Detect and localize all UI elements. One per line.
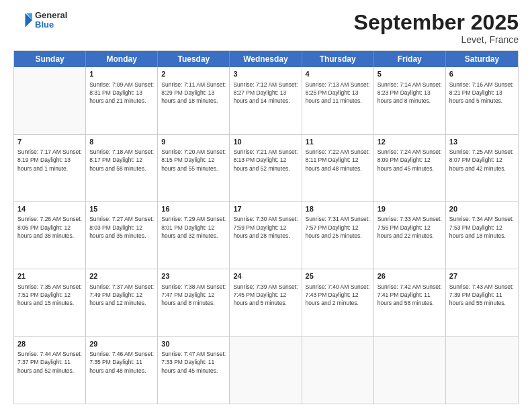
cell-text: Sunrise: 7:29 AM Sunset: 8:01 PM Dayligh…: [161, 215, 226, 240]
calendar-cell: 6Sunrise: 7:16 AM Sunset: 8:21 PM Daylig…: [446, 67, 518, 134]
day-number: 19: [378, 204, 442, 214]
day-header: Wednesday: [230, 51, 302, 67]
calendar-cell: 24Sunrise: 7:39 AM Sunset: 7:45 PM Dayli…: [230, 269, 302, 336]
logo-general: General: [35, 11, 67, 20]
day-number: 9: [161, 137, 226, 147]
logo-blue: Blue: [35, 20, 67, 30]
calendar-cell: 20Sunrise: 7:34 AM Sunset: 7:53 PM Dayli…: [446, 202, 518, 269]
day-number: 6: [449, 69, 515, 79]
calendar-cell: 16Sunrise: 7:29 AM Sunset: 8:01 PM Dayli…: [158, 202, 230, 269]
logo-text: General Blue: [35, 11, 67, 30]
day-number: 24: [233, 271, 298, 281]
day-number: 5: [378, 69, 442, 79]
cell-text: Sunrise: 7:33 AM Sunset: 7:55 PM Dayligh…: [378, 215, 442, 240]
title-block: September 2025 Levet, France: [354, 11, 519, 45]
calendar-cell: [446, 337, 518, 404]
cell-text: Sunrise: 7:13 AM Sunset: 8:25 PM Dayligh…: [306, 81, 370, 105]
cell-text: Sunrise: 7:25 AM Sunset: 8:07 PM Dayligh…: [449, 148, 515, 173]
calendar-body: 1Sunrise: 7:09 AM Sunset: 8:31 PM Daylig…: [14, 67, 518, 404]
calendar-cell: 15Sunrise: 7:27 AM Sunset: 8:03 PM Dayli…: [86, 202, 158, 269]
calendar-cell: 10Sunrise: 7:21 AM Sunset: 8:13 PM Dayli…: [230, 135, 302, 201]
cell-text: Sunrise: 7:38 AM Sunset: 7:47 PM Dayligh…: [161, 283, 226, 308]
calendar-cell: 19Sunrise: 7:33 AM Sunset: 7:55 PM Dayli…: [374, 202, 446, 269]
day-number: 21: [17, 271, 82, 281]
calendar-cell: 3Sunrise: 7:12 AM Sunset: 8:27 PM Daylig…: [230, 67, 302, 134]
page-title: September 2025: [354, 11, 519, 34]
cell-text: Sunrise: 7:37 AM Sunset: 7:49 PM Dayligh…: [89, 283, 154, 308]
day-number: 23: [161, 271, 226, 281]
day-header: Thursday: [302, 51, 374, 67]
calendar-cell: 23Sunrise: 7:38 AM Sunset: 7:47 PM Dayli…: [158, 269, 230, 336]
day-number: 3: [233, 69, 298, 79]
day-number: 4: [306, 69, 370, 79]
day-number: 27: [449, 271, 515, 281]
calendar-header: SundayMondayTuesdayWednesdayThursdayFrid…: [14, 51, 518, 67]
day-number: 13: [449, 137, 515, 147]
cell-text: Sunrise: 7:31 AM Sunset: 7:57 PM Dayligh…: [306, 215, 370, 240]
day-number: 30: [161, 339, 226, 349]
calendar-cell: 29Sunrise: 7:46 AM Sunset: 7:35 PM Dayli…: [86, 337, 158, 404]
day-number: 28: [17, 339, 82, 349]
cell-text: Sunrise: 7:20 AM Sunset: 8:15 PM Dayligh…: [161, 148, 226, 173]
calendar: SundayMondayTuesdayWednesdayThursdayFrid…: [13, 50, 519, 404]
cell-text: Sunrise: 7:34 AM Sunset: 7:53 PM Dayligh…: [449, 215, 515, 240]
calendar-cell: 25Sunrise: 7:40 AM Sunset: 7:43 PM Dayli…: [302, 269, 374, 336]
day-header: Monday: [86, 51, 158, 67]
calendar-cell: 7Sunrise: 7:17 AM Sunset: 8:19 PM Daylig…: [14, 135, 86, 201]
day-number: 22: [89, 271, 154, 281]
day-number: 15: [89, 204, 154, 214]
calendar-row: 21Sunrise: 7:35 AM Sunset: 7:51 PM Dayli…: [14, 269, 518, 336]
header: General Blue September 2025 Levet, Franc…: [13, 11, 519, 45]
calendar-cell: 27Sunrise: 7:43 AM Sunset: 7:39 PM Dayli…: [446, 269, 518, 336]
calendar-row: 14Sunrise: 7:26 AM Sunset: 8:05 PM Dayli…: [14, 202, 518, 269]
cell-text: Sunrise: 7:42 AM Sunset: 7:41 PM Dayligh…: [378, 283, 442, 308]
calendar-cell: [230, 337, 302, 404]
calendar-cell: 8Sunrise: 7:18 AM Sunset: 8:17 PM Daylig…: [86, 135, 158, 201]
cell-text: Sunrise: 7:17 AM Sunset: 8:19 PM Dayligh…: [17, 148, 82, 173]
day-number: 20: [449, 204, 515, 214]
calendar-row: 28Sunrise: 7:44 AM Sunset: 7:37 PM Dayli…: [14, 337, 518, 404]
day-number: 17: [233, 204, 298, 214]
cell-text: Sunrise: 7:24 AM Sunset: 8:09 PM Dayligh…: [378, 148, 442, 173]
cell-text: Sunrise: 7:14 AM Sunset: 8:23 PM Dayligh…: [378, 81, 442, 105]
calendar-cell: 21Sunrise: 7:35 AM Sunset: 7:51 PM Dayli…: [14, 269, 86, 336]
day-number: 11: [306, 137, 370, 147]
calendar-cell: 1Sunrise: 7:09 AM Sunset: 8:31 PM Daylig…: [86, 67, 158, 134]
cell-text: Sunrise: 7:30 AM Sunset: 7:59 PM Dayligh…: [233, 215, 298, 240]
day-number: 29: [89, 339, 154, 349]
logo: General Blue: [13, 11, 67, 30]
cell-text: Sunrise: 7:39 AM Sunset: 7:45 PM Dayligh…: [233, 283, 298, 308]
cell-text: Sunrise: 7:43 AM Sunset: 7:39 PM Dayligh…: [449, 283, 515, 308]
calendar-row: 7Sunrise: 7:17 AM Sunset: 8:19 PM Daylig…: [14, 135, 518, 202]
day-header: Sunday: [14, 51, 86, 67]
day-header: Saturday: [446, 51, 518, 67]
cell-text: Sunrise: 7:47 AM Sunset: 7:33 PM Dayligh…: [161, 350, 226, 375]
calendar-cell: 12Sunrise: 7:24 AM Sunset: 8:09 PM Dayli…: [374, 135, 446, 201]
calendar-row: 1Sunrise: 7:09 AM Sunset: 8:31 PM Daylig…: [14, 67, 518, 134]
subtitle: Levet, France: [354, 34, 519, 45]
calendar-cell: 30Sunrise: 7:47 AM Sunset: 7:33 PM Dayli…: [158, 337, 230, 404]
calendar-cell: 11Sunrise: 7:22 AM Sunset: 8:11 PM Dayli…: [302, 135, 374, 201]
cell-text: Sunrise: 7:44 AM Sunset: 7:37 PM Dayligh…: [17, 350, 82, 375]
day-header: Tuesday: [158, 51, 230, 67]
calendar-cell: [374, 337, 446, 404]
cell-text: Sunrise: 7:18 AM Sunset: 8:17 PM Dayligh…: [89, 148, 154, 173]
cell-text: Sunrise: 7:21 AM Sunset: 8:13 PM Dayligh…: [233, 148, 298, 173]
cell-text: Sunrise: 7:22 AM Sunset: 8:11 PM Dayligh…: [306, 148, 370, 173]
day-number: 7: [17, 137, 82, 147]
calendar-cell: 14Sunrise: 7:26 AM Sunset: 8:05 PM Dayli…: [14, 202, 86, 269]
cell-text: Sunrise: 7:26 AM Sunset: 8:05 PM Dayligh…: [17, 215, 82, 240]
calendar-cell: 9Sunrise: 7:20 AM Sunset: 8:15 PM Daylig…: [158, 135, 230, 201]
day-number: 16: [161, 204, 226, 214]
day-number: 12: [378, 137, 442, 147]
day-number: 26: [378, 271, 442, 281]
day-number: 10: [233, 137, 298, 147]
day-number: 8: [89, 137, 154, 147]
day-number: 14: [17, 204, 82, 214]
day-number: 18: [306, 204, 370, 214]
calendar-cell: 13Sunrise: 7:25 AM Sunset: 8:07 PM Dayli…: [446, 135, 518, 201]
cell-text: Sunrise: 7:27 AM Sunset: 8:03 PM Dayligh…: [89, 215, 154, 240]
calendar-cell: 2Sunrise: 7:11 AM Sunset: 8:29 PM Daylig…: [158, 67, 230, 134]
calendar-cell: [14, 67, 86, 134]
day-header: Friday: [374, 51, 446, 67]
